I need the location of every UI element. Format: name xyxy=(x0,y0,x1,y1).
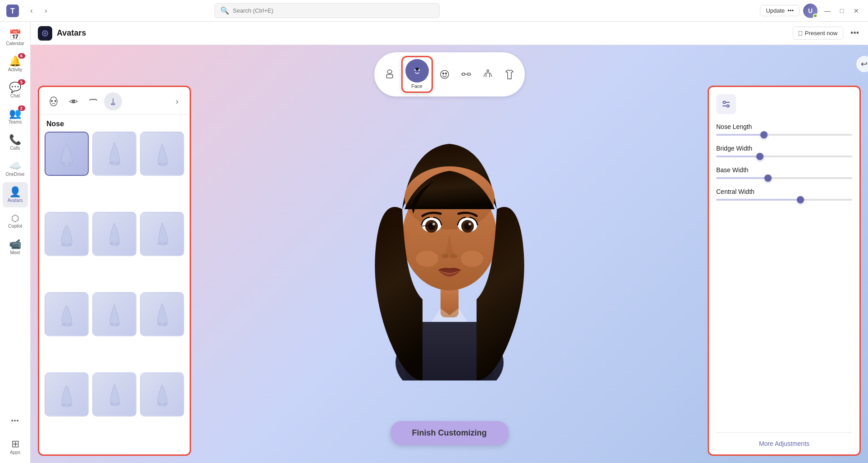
maximize-button[interactable]: □ xyxy=(836,5,848,17)
base-width-fill xyxy=(716,177,768,179)
svg-point-34 xyxy=(110,242,114,246)
more-adjustments-link[interactable]: More Adjustments xyxy=(716,432,852,447)
avatar-figure xyxy=(359,119,540,390)
nose-length-thumb[interactable] xyxy=(760,131,768,138)
more-icon: ••• xyxy=(11,417,19,424)
user-avatar[interactable]: U xyxy=(803,4,818,18)
svg-point-37 xyxy=(163,242,167,245)
face-tab-button[interactable] xyxy=(405,59,429,83)
svg-point-40 xyxy=(110,323,114,326)
toolbar-expressions-button[interactable] xyxy=(435,64,454,84)
present-now-button[interactable]: ⎕ Present now xyxy=(793,27,843,40)
svg-point-43 xyxy=(163,322,167,326)
sidebar-item-meet[interactable]: 📹 Meet xyxy=(3,234,28,260)
svg-point-11 xyxy=(415,68,419,70)
nose-option-2[interactable] xyxy=(92,132,136,176)
svg-point-39 xyxy=(68,323,73,326)
svg-point-8 xyxy=(411,65,423,77)
search-input[interactable] xyxy=(233,7,434,14)
sidebar-item-chat[interactable]: 5 💬 Chat xyxy=(3,78,28,103)
svg-point-45 xyxy=(67,403,72,407)
nose-option-1[interactable] xyxy=(45,132,89,176)
svg-point-70 xyxy=(468,223,471,225)
central-width-label: Central Width xyxy=(716,188,852,195)
svg-point-62 xyxy=(461,251,483,267)
sidebar-item-teams[interactable]: 2 👥 Teams xyxy=(3,104,28,129)
nose-option-9[interactable] xyxy=(140,292,184,336)
base-width-thumb[interactable] xyxy=(764,174,772,182)
sidebar-item-label: Activity xyxy=(8,67,23,72)
nose-length-fill xyxy=(716,134,764,136)
calls-icon: 📞 xyxy=(9,135,21,145)
titlebar: T ‹ › 🔍 Update ••• U — □ ✕ xyxy=(0,0,868,22)
nose-option-10[interactable] xyxy=(45,372,89,417)
tab-nose[interactable] xyxy=(104,92,122,110)
online-indicator xyxy=(813,14,818,18)
right-panel: Nose Length Bridge Width Bas xyxy=(708,86,861,456)
finish-customizing-button[interactable]: Finish Customizing xyxy=(391,421,509,445)
nose-option-4[interactable] xyxy=(45,212,89,256)
svg-point-32 xyxy=(61,243,66,247)
more-options-button[interactable]: ••• xyxy=(849,27,861,40)
svg-point-46 xyxy=(110,402,114,406)
avatars-icon: 👤 xyxy=(9,187,21,197)
panel-next-button[interactable]: › xyxy=(170,94,184,109)
nose-length-group: Nose Length xyxy=(716,123,852,136)
central-width-thumb[interactable] xyxy=(797,196,804,203)
svg-rect-16 xyxy=(468,73,470,75)
svg-point-26 xyxy=(62,162,66,165)
nose-option-3[interactable] xyxy=(140,132,184,176)
toolbar-accessories-button[interactable] xyxy=(456,64,476,84)
sidebar-item-apps[interactable]: ⊞ Apps xyxy=(3,434,28,459)
tab-face-shape[interactable] xyxy=(45,92,63,110)
undo-button[interactable]: ↩ xyxy=(856,56,868,72)
sidebar-item-activity[interactable]: 6 🔔 Activity xyxy=(3,51,28,77)
nose-option-7[interactable] xyxy=(45,292,89,336)
minimize-button[interactable]: — xyxy=(821,5,834,17)
tab-eyes[interactable] xyxy=(64,92,82,110)
top-toolbar: Face xyxy=(374,52,525,96)
sidebar-item-calls[interactable]: 📞 Calls xyxy=(3,130,28,155)
sidebar-item-onedrive[interactable]: ☁️ OneDrive xyxy=(3,156,28,181)
central-width-slider[interactable] xyxy=(716,199,852,201)
sidebar-item-avatars[interactable]: 👤 Avatars xyxy=(3,182,28,207)
nav-buttons: ‹ › xyxy=(25,5,52,17)
teams-logo: T xyxy=(5,4,20,18)
nose-option-8[interactable] xyxy=(92,292,136,336)
bridge-width-thumb[interactable] xyxy=(756,153,763,160)
tab-eyebrows[interactable] xyxy=(84,92,102,110)
toolbar-clothing-button[interactable] xyxy=(500,64,519,84)
svg-point-22 xyxy=(51,101,53,102)
toolbar-body-button[interactable] xyxy=(380,64,400,84)
svg-point-35 xyxy=(115,242,119,246)
nose-option-6[interactable] xyxy=(140,212,184,256)
topbar-right: ⎕ Present now ••• xyxy=(793,27,861,40)
forward-button[interactable]: › xyxy=(40,5,52,17)
svg-point-29 xyxy=(115,161,120,165)
copilot-icon: ⬡ xyxy=(11,214,19,223)
close-window-button[interactable]: ✕ xyxy=(850,5,863,17)
svg-point-53 xyxy=(727,105,729,107)
nose-option-12[interactable] xyxy=(140,372,184,417)
sidebar-item-copilot[interactable]: ⬡ Copilot xyxy=(3,208,28,234)
sidebar: 📅 Calendar 6 🔔 Activity 5 💬 Chat 2 👥 Tea… xyxy=(0,22,31,463)
content-area: Avatars ⎕ Present now ••• xyxy=(31,22,868,463)
update-button[interactable]: Update ••• xyxy=(760,5,800,16)
base-width-slider[interactable] xyxy=(716,177,852,179)
sidebar-item-more[interactable]: ••• xyxy=(3,408,28,433)
sidebar-item-label: Teams xyxy=(9,119,22,124)
nose-option-11[interactable] xyxy=(92,372,136,417)
back-button[interactable]: ‹ xyxy=(25,5,38,17)
chat-badge: 5 xyxy=(18,79,25,85)
nose-length-label: Nose Length xyxy=(716,123,852,130)
svg-point-30 xyxy=(158,162,162,165)
toolbar-poses-button[interactable] xyxy=(478,64,498,84)
nose-length-slider[interactable] xyxy=(716,134,852,136)
sidebar-item-calendar[interactable]: 📅 Calendar xyxy=(3,25,28,50)
adjustments-icon-button[interactable] xyxy=(716,94,736,114)
svg-point-13 xyxy=(442,73,444,74)
search-bar[interactable]: 🔍 xyxy=(214,3,440,18)
svg-point-49 xyxy=(163,403,167,406)
nose-option-5[interactable] xyxy=(92,212,136,256)
bridge-width-slider[interactable] xyxy=(716,156,852,157)
